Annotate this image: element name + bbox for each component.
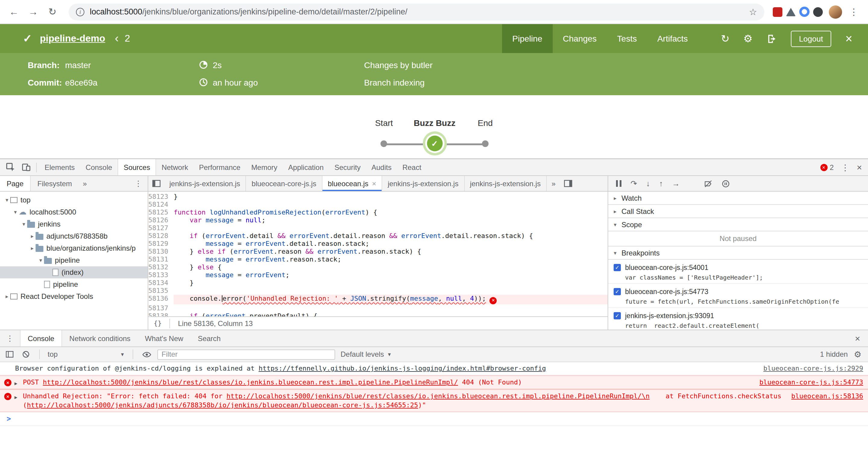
line-number[interactable]: 58130	[148, 248, 174, 255]
breakpoint-checkbox[interactable]: ✓	[614, 312, 621, 319]
page-info-icon[interactable]: i	[76, 7, 84, 16]
drawer-tab-what-s-new[interactable]: What's New	[138, 330, 190, 346]
error-count-badge[interactable]: ×2	[820, 163, 834, 172]
file-tab-blueocean-core-js-js[interactable]: blueocean-core-js.js	[246, 176, 322, 191]
drawer-tab-network-conditions[interactable]: Network conditions	[62, 330, 138, 346]
line-number[interactable]: 58137	[148, 304, 174, 312]
pipeline-title-link[interactable]: pipeline-demo	[40, 33, 105, 44]
tree-item-localhost-5000[interactable]: ▾☁localhost:5000	[0, 206, 148, 218]
console-link[interactable]: https://tfennelly.github.io/jenkins-js-l…	[258, 365, 546, 372]
log-levels-selector[interactable]: Default levels▼	[341, 350, 392, 359]
breakpoint-checkbox[interactable]: ✓	[614, 263, 621, 271]
jenkins-tab-tests[interactable]: Tests	[607, 24, 647, 53]
tree-item-pipeline[interactable]: pipeline	[0, 278, 148, 290]
tree-item-react-developer-tools[interactable]: ▸React Developer Tools	[0, 290, 148, 303]
line-number[interactable]: 58125	[148, 209, 174, 216]
more-file-tabs-icon[interactable]: »	[547, 176, 560, 191]
devtools-close-icon[interactable]: ×	[857, 162, 862, 172]
source-link[interactable]: blueocean-core-js.js:54773	[760, 378, 863, 387]
devtools-tab-memory[interactable]: Memory	[246, 159, 283, 175]
tree-expand-icon[interactable]: ▸	[29, 245, 36, 251]
exit-icon[interactable]	[767, 33, 777, 44]
line-number[interactable]: 58131	[148, 255, 174, 263]
tree-item-pipeline[interactable]: ▾pipeline	[0, 254, 148, 266]
expand-arrow-icon[interactable]: ▶	[14, 379, 18, 388]
jenkins-tab-artifacts[interactable]: Artifacts	[647, 24, 698, 53]
line-number[interactable]: 58124	[148, 201, 174, 209]
console-link[interactable]: http://localhost:5000/jenkins/blue/rest/…	[227, 392, 650, 400]
expand-arrow-icon[interactable]: ▶	[14, 393, 18, 402]
tree-item-top[interactable]: ▾top	[0, 194, 148, 206]
inspect-element-icon[interactable]	[2, 159, 18, 175]
pipeline-node-start[interactable]: Start	[375, 118, 393, 147]
scope-section[interactable]: ▾ Scope	[608, 218, 868, 231]
drawer-tab-search[interactable]: Search	[190, 330, 228, 346]
tree-collapse-icon[interactable]: ▾	[12, 209, 19, 215]
console-sidebar-icon[interactable]	[4, 350, 15, 359]
extension-icon-triangle[interactable]	[786, 7, 796, 16]
source-link[interactable]: blueocean.js:58136	[792, 392, 863, 401]
clear-console-icon[interactable]	[21, 350, 31, 359]
tree-item-blue-organizations-jenkins-p[interactable]: ▸blue/organizations/jenkins/p	[0, 242, 148, 254]
tree-collapse-icon[interactable]: ▾	[4, 197, 10, 203]
devtools-tab-performance[interactable]: Performance	[193, 159, 246, 175]
settings-gear-icon[interactable]: ⚙	[744, 33, 753, 44]
line-number[interactable]: 58134	[148, 279, 174, 287]
pause-on-exceptions-icon[interactable]	[721, 179, 730, 188]
devtools-tab-sources[interactable]: Sources	[118, 159, 156, 175]
forward-button[interactable]: →	[25, 4, 41, 20]
navigator-tab-page[interactable]: Page	[0, 176, 31, 191]
devtools-menu-icon[interactable]: ⋮	[841, 162, 849, 172]
tree-item-adjuncts-6788358b[interactable]: ▸adjuncts/6788358b	[0, 230, 148, 242]
file-tab-blueocean-js[interactable]: blueocean.js×	[322, 176, 382, 191]
close-file-tab-icon[interactable]: ×	[372, 179, 376, 188]
extension-icon-blue[interactable]	[799, 7, 809, 17]
tree-expand-icon[interactable]: ▸	[29, 233, 36, 239]
navigator-tab-filesystem[interactable]: Filesystem	[31, 176, 79, 191]
line-number[interactable]: 58126	[148, 216, 174, 224]
line-number[interactable]: 58133	[148, 271, 174, 279]
step-over-icon[interactable]: ↷	[630, 180, 637, 187]
reload-button[interactable]: ↻	[44, 4, 60, 20]
pipeline-node-buzz-buzz[interactable]: Buzz Buzz ✓	[414, 118, 456, 151]
call-stack-section[interactable]: ▸ Call Stack	[608, 205, 868, 218]
file-tab-jenkins-js-extension-js[interactable]: jenkins-js-extension.js	[464, 176, 547, 191]
navigator-menu-icon[interactable]: ⋮	[129, 179, 148, 188]
breakpoints-section[interactable]: ▾ Breakpoints	[608, 246, 868, 260]
jenkins-tab-pipeline[interactable]: Pipeline	[502, 24, 553, 53]
console-link[interactable]: http://localhost:5000/jenkins/adjuncts/6…	[27, 401, 418, 409]
context-selector[interactable]: top▼	[48, 350, 125, 359]
line-number[interactable]: 58129	[148, 240, 174, 248]
drawer-close-icon[interactable]: ×	[847, 333, 868, 343]
live-expression-eye-icon[interactable]	[141, 350, 152, 359]
devtools-tab-security[interactable]: Security	[329, 159, 366, 175]
line-number[interactable]: 58136	[148, 295, 174, 304]
line-number[interactable]: 58127	[148, 224, 174, 232]
tree-collapse-icon[interactable]: ▾	[37, 257, 44, 263]
line-number[interactable]: 58128	[148, 232, 174, 240]
console-filter-input[interactable]	[157, 349, 335, 360]
breakpoint-entry[interactable]: ✓jenkins-js-extension.js:93091return rea…	[608, 308, 868, 330]
toggle-navigator-icon[interactable]	[148, 176, 164, 191]
step-out-icon[interactable]: ↑	[659, 180, 663, 187]
step-into-icon[interactable]: ↓	[646, 180, 650, 187]
tree-collapse-icon[interactable]: ▾	[21, 221, 27, 227]
line-number[interactable]: 58132	[148, 263, 174, 271]
console-prompt[interactable]: >	[0, 412, 868, 426]
line-number[interactable]: 58123	[148, 193, 174, 201]
file-tab-jenkins-js-extension-js[interactable]: jenkins-js-extension.js	[382, 176, 464, 191]
pipeline-node-end[interactable]: End	[478, 118, 493, 147]
extension-icon-red[interactable]	[773, 7, 782, 17]
profile-avatar[interactable]	[829, 5, 842, 19]
tree-expand-icon[interactable]: ▸	[4, 293, 10, 300]
breakpoint-entry[interactable]: ✓blueocean-core-js.js:54001var className…	[608, 260, 868, 284]
jenkins-tab-changes[interactable]: Changes	[553, 24, 607, 53]
devtools-tab-elements[interactable]: Elements	[39, 159, 80, 175]
back-button[interactable]: ←	[6, 4, 22, 20]
devtools-tab-react[interactable]: React	[397, 159, 427, 175]
console-settings-gear-icon[interactable]: ⚙	[854, 349, 861, 359]
devtools-tab-application[interactable]: Application	[283, 159, 329, 175]
devtools-tab-console[interactable]: Console	[80, 159, 118, 175]
source-link[interactable]: blueocean-core-js.js:2929	[764, 364, 863, 373]
deactivate-breakpoints-icon[interactable]	[704, 179, 712, 188]
